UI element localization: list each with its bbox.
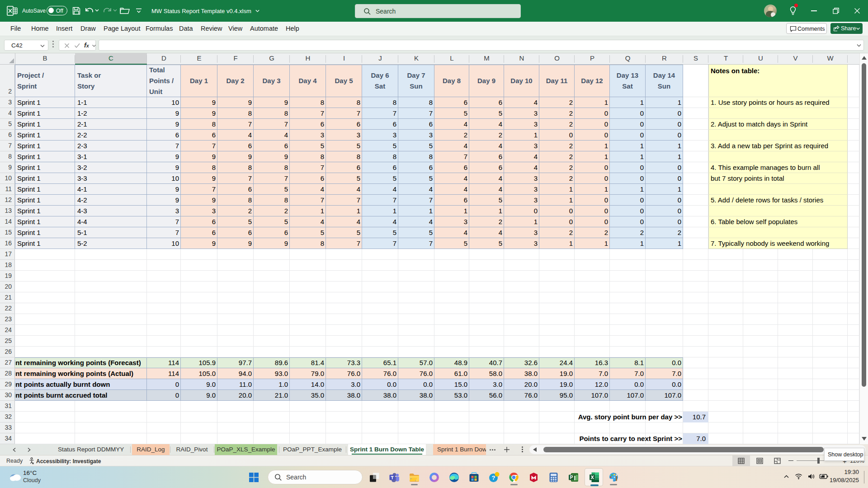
svg-text:P: P — [570, 475, 573, 480]
svg-text:?: ? — [492, 474, 495, 481]
